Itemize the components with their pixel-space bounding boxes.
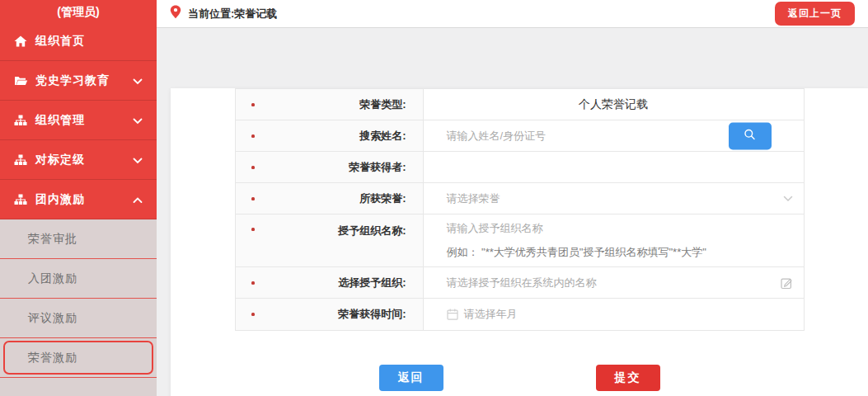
submenu-item-label: 评议激励	[28, 311, 77, 326]
field-label: 荣誉获得时间:	[338, 307, 406, 322]
breadcrumb-bar: 当前位置:荣誉记载 返回上一页	[157, 0, 868, 28]
datepicker-placeholder: 请选择年月	[464, 307, 518, 322]
required-dot	[251, 197, 255, 200]
sidebar-item-label: 对标定级	[35, 153, 133, 167]
sidebar-submenu: 荣誉审批 入团激励 评议激励 荣誉激励	[0, 219, 157, 396]
content-area: 荣誉类型: 个人荣誉记载 搜索姓名: 请输入姓名/身份证号	[157, 28, 868, 396]
sidebar-item-label: 组织管理	[35, 113, 133, 128]
honor-date-label-cell: 荣誉获得时间:	[236, 299, 424, 330]
award-org-name-input[interactable]: 请输入授予组织名称 例如： "**大学优秀共青团员"授予组织名称填写"**大学"	[424, 214, 804, 266]
honor-date-picker[interactable]: 请选择年月	[424, 299, 804, 330]
field-label: 荣誉获得者:	[349, 160, 406, 175]
honor-recipient-value	[424, 152, 804, 182]
current-location-label: 当前位置:荣誉记载	[188, 7, 277, 21]
required-dot	[251, 166, 255, 169]
field-label: 授予组织名称:	[338, 224, 406, 238]
search-icon	[744, 129, 756, 144]
required-dot	[251, 134, 255, 138]
form-row-search-name: 搜索姓名: 请输入姓名/身份证号	[236, 120, 804, 152]
form-row-award-org-name: 授予组织名称: 请输入授予组织名称 例如： "**大学优秀共青团员"授予组织名称…	[236, 214, 804, 267]
field-label: 所获荣誉:	[359, 191, 406, 206]
submenu-item-honor-approval[interactable]: 荣誉审批	[0, 219, 157, 259]
form-row-honor-obtained: 所获荣誉: 请选择荣誉	[236, 183, 804, 214]
sidebar-item-org-management[interactable]: 组织管理	[0, 101, 157, 140]
required-dot	[251, 228, 255, 231]
select-award-org-label-cell: 选择授予组织:	[236, 267, 424, 298]
form-row-honor-recipient: 荣誉获得者:	[236, 152, 804, 183]
back-button[interactable]: 返回	[379, 365, 443, 391]
search-name-input[interactable]: 请输入姓名/身份证号	[424, 120, 804, 151]
input-placeholder: 请输入授予组织名称	[447, 221, 543, 236]
sitemap-icon	[14, 114, 28, 126]
field-label: 荣誉类型:	[359, 97, 406, 112]
required-dot	[251, 281, 255, 285]
sidebar: (管理员) 组织首页 党史学习教育 组织管理	[0, 0, 157, 396]
chevron-down-icon	[133, 74, 143, 87]
return-previous-page-button[interactable]: 返回上一页	[775, 2, 855, 26]
folder-open-icon	[14, 74, 28, 87]
sidebar-item-label: 党史学习教育	[35, 73, 133, 88]
select-placeholder: 请选择荣誉	[447, 191, 500, 206]
honor-type-value: 个人荣誉记载	[424, 89, 804, 120]
submit-button[interactable]: 提交	[596, 365, 660, 391]
field-label: 搜索姓名:	[359, 129, 406, 144]
honor-select-dropdown[interactable]: 请选择荣誉	[424, 183, 804, 214]
field-value: 个人荣誉记载	[579, 97, 648, 112]
input-placeholder: 请输入姓名/身份证号	[447, 129, 547, 144]
form-actions: 返回 提交	[171, 365, 868, 391]
location-pin-icon	[170, 5, 181, 22]
sidebar-item-party-history-study[interactable]: 党史学习教育	[0, 61, 157, 101]
search-name-label-cell: 搜索姓名:	[236, 120, 424, 151]
submenu-item-join-incentive[interactable]: 入团激励	[0, 259, 157, 299]
field-hint: 例如： "**大学优秀共青团员"授予组织名称填写"**大学"	[447, 245, 706, 260]
submenu-item-label: 荣誉审批	[28, 232, 77, 247]
honor-recipient-label-cell: 荣誉获得者:	[236, 152, 424, 182]
input-placeholder: 请选择授予组织在系统内的名称	[447, 276, 597, 290]
sitemap-icon	[14, 193, 28, 205]
submenu-item-label: 荣誉激励	[28, 351, 77, 365]
submenu-item-review-incentive[interactable]: 评议激励	[0, 299, 157, 338]
field-label: 选择授予组织:	[338, 276, 406, 290]
honor-record-form: 荣誉类型: 个人荣誉记载 搜索姓名: 请输入姓名/身份证号	[235, 88, 805, 331]
sitemap-icon	[14, 153, 28, 166]
chevron-down-icon	[133, 114, 143, 127]
chevron-down-icon	[133, 153, 143, 167]
honor-obtained-label-cell: 所获荣誉:	[236, 183, 424, 214]
main-area: 当前位置:荣誉记载 返回上一页 荣誉类型: 个人荣誉记载	[157, 0, 868, 396]
edit-icon[interactable]	[781, 276, 793, 289]
home-icon	[14, 35, 28, 47]
sidebar-item-league-incentive[interactable]: 团内激励	[0, 180, 157, 219]
chevron-down-icon	[783, 196, 793, 202]
sidebar-item-benchmark-grading[interactable]: 对标定级	[0, 140, 157, 180]
form-row-select-award-org: 选择授予组织: 请选择授予组织在系统内的名称	[236, 267, 804, 299]
search-button[interactable]	[729, 122, 772, 149]
submenu-item-honor-incentive[interactable]: 荣誉激励	[0, 338, 157, 378]
app: (管理员) 组织首页 党史学习教育 组织管理	[0, 0, 868, 396]
admin-role-label: (管理员)	[0, 0, 157, 21]
chevron-up-icon	[133, 193, 143, 206]
form-card: 荣誉类型: 个人荣誉记载 搜索姓名: 请输入姓名/身份证号	[171, 88, 868, 396]
award-org-name-label-cell: 授予组织名称:	[236, 214, 424, 266]
form-row-honor-date: 荣誉获得时间: 请选择年月	[236, 299, 804, 330]
select-award-org-picker[interactable]: 请选择授予组织在系统内的名称	[424, 267, 804, 298]
sidebar-item-org-home[interactable]: 组织首页	[0, 21, 157, 61]
calendar-icon	[447, 309, 458, 320]
form-row-honor-type: 荣誉类型: 个人荣誉记载	[236, 89, 804, 120]
sidebar-item-label: 团内激励	[35, 192, 133, 207]
sidebar-item-label: 组织首页	[35, 34, 143, 49]
required-dot	[251, 103, 255, 106]
honor-type-label-cell: 荣誉类型:	[236, 89, 424, 120]
submenu-item-label: 入团激励	[28, 271, 77, 286]
required-dot	[251, 313, 255, 316]
